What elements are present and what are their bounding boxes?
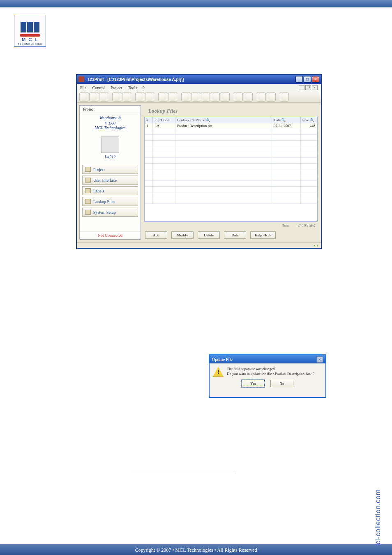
table-row[interactable]: 1 LA Product Description.dat 07 Jul 2007… [145, 123, 317, 129]
lookup-grid: # File Code Lookup File Name 🔍 Date 🔍 Si… [144, 117, 318, 222]
nav-user-interface[interactable]: User Interface [82, 176, 138, 185]
col-code[interactable]: File Code [153, 117, 175, 123]
project-name: Warehouse A [80, 113, 141, 121]
app-window: 123Print - [C:\123Print\Projects\Warehou… [76, 74, 322, 249]
status-indicators: ● ● [314, 244, 318, 247]
total-value: 248 Byte(s) [298, 223, 315, 227]
totals-row: Total 248 Byte(s) [144, 222, 318, 229]
grid-header: # File Code Lookup File Name 🔍 Date 🔍 Si… [145, 117, 317, 123]
toolbar-btn-j[interactable] [211, 92, 220, 102]
col-name[interactable]: Lookup File Name 🔍 [175, 117, 272, 123]
dialog-message: The field separator was changed. Do you … [227, 367, 315, 377]
data-button[interactable]: Data [224, 231, 246, 239]
toolbar-btn-k[interactable] [221, 92, 230, 102]
col-name-text: Lookup File Name [177, 118, 205, 122]
menu-file[interactable]: File [80, 86, 87, 90]
toolbar-btn-c[interactable] [135, 92, 144, 102]
main-panel: Lookup Files # File Code Lookup File Nam… [143, 103, 321, 242]
nav-project-label: Project [93, 167, 105, 172]
menu-help[interactable]: ? [143, 86, 145, 90]
nav-system-setup[interactable]: System Setup [82, 208, 138, 217]
dialog-line2: Do you want to update the file <Product … [227, 372, 315, 377]
ui-icon [85, 178, 91, 183]
statusbar: ● ● [77, 242, 321, 248]
cell-size: 248 [301, 123, 317, 129]
window-close-button[interactable]: × [312, 76, 319, 83]
update-file-dialog: Update File × ! The field separator was … [209, 354, 326, 398]
toolbar-btn-d[interactable] [145, 92, 154, 102]
delete-button[interactable]: Delete [198, 231, 220, 239]
sidebar-tab-project[interactable]: Project [80, 106, 141, 113]
window-title: 123Print - [C:\123Print\Projects\Warehou… [86, 77, 295, 82]
system-icon [85, 210, 91, 215]
magnifier-icon: 🔍 [310, 118, 314, 122]
menu-bar: File Control Project Tools ? _ ❐ × [77, 84, 321, 91]
dialog-line1: The field separator was changed. [227, 367, 315, 372]
nav-labels[interactable]: Labels [82, 186, 138, 195]
toolbar-btn-g[interactable] [181, 92, 190, 102]
labels-icon [85, 188, 91, 193]
menu-tools[interactable]: Tools [128, 86, 137, 90]
modify-button[interactable]: Modify [171, 231, 194, 239]
mdi-restore[interactable]: ❐ [305, 85, 311, 90]
footer-text: Copyright © 2007 • MCL Technologies • Al… [0, 544, 392, 555]
footer: Copyright © 2007 • MCL Technologies • Al… [0, 539, 392, 555]
dialog-close-button[interactable]: × [316, 356, 323, 363]
toolbar-btn-l[interactable] [234, 92, 243, 102]
nav-lookup-label: Lookup Files [93, 199, 115, 204]
window-maximize-button[interactable]: □ [304, 76, 311, 83]
toolbar-btn-p[interactable] [280, 92, 289, 102]
horizontal-rule [131, 473, 234, 473]
dialog-title: Update File [212, 357, 316, 362]
connection-status: Not Connected [80, 231, 141, 239]
no-button[interactable]: No [270, 380, 293, 387]
col-date[interactable]: Date 🔍 [272, 117, 301, 123]
cell-code: LA [153, 123, 175, 129]
toolbar-open[interactable] [89, 92, 98, 102]
col-num[interactable]: # [145, 117, 153, 123]
menu-project[interactable]: Project [111, 86, 122, 90]
project-version: V 1.00 [80, 121, 141, 125]
window-titlebar: 123Print - [C:\123Print\Projects\Warehou… [77, 75, 321, 84]
page-top-bar [0, 0, 392, 7]
cell-date: 07 Jul 2007 [272, 123, 301, 129]
sidebar: Project Warehouse A V 1.00 MCL Technolog… [79, 105, 141, 240]
magnifier-icon: 🔍 [281, 118, 286, 122]
mdi-close[interactable]: × [312, 85, 318, 90]
nav-ui-label: User Interface [93, 178, 117, 183]
cell-num: 1 [145, 123, 153, 129]
printer-model: I-4212 [80, 155, 141, 159]
toolbar-btn-b[interactable] [122, 92, 131, 102]
mcl-logo: M C L TECHNOLOGIES [14, 15, 46, 47]
lookup-icon [85, 199, 91, 204]
magnifier-icon: 🔍 [206, 118, 210, 122]
mdi-minimize[interactable]: _ [299, 85, 304, 90]
menu-control[interactable]: Control [92, 86, 105, 90]
toolbar-new[interactable] [79, 92, 88, 102]
warning-icon: ! [213, 367, 224, 377]
toolbar-btn-a[interactable] [112, 92, 121, 102]
project-icon [85, 167, 91, 172]
toolbar [77, 91, 321, 103]
toolbar-btn-i[interactable] [201, 92, 210, 102]
nav-project[interactable]: Project [82, 165, 138, 174]
action-buttons: Add Modify Delete Data Help <F1> [144, 229, 318, 240]
toolbar-btn-h[interactable] [191, 92, 200, 102]
help-button[interactable]: Help <F1> [250, 231, 276, 239]
nav-lookup-files[interactable]: Lookup Files [82, 197, 138, 206]
app-icon [78, 76, 84, 82]
printer-image [101, 136, 119, 153]
col-size[interactable]: Size 🔍 [301, 117, 317, 123]
window-minimize-button[interactable]: _ [295, 76, 303, 83]
total-label: Total [282, 223, 289, 227]
toolbar-btn-o[interactable] [267, 92, 276, 102]
toolbar-btn-e[interactable] [158, 92, 167, 102]
yes-button[interactable]: Yes [242, 380, 265, 387]
col-size-text: Size [302, 118, 309, 122]
toolbar-btn-m[interactable] [244, 92, 253, 102]
add-button[interactable]: Add [145, 231, 167, 239]
toolbar-btn-n[interactable] [257, 92, 266, 102]
toolbar-btn-f[interactable] [168, 92, 177, 102]
toolbar-save[interactable] [99, 92, 108, 102]
cell-name: Product Description.dat [175, 123, 272, 129]
